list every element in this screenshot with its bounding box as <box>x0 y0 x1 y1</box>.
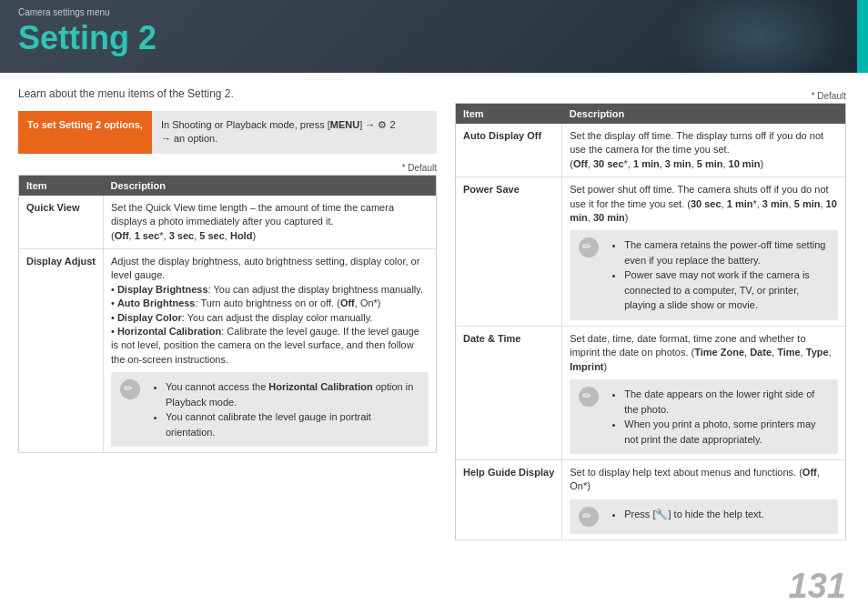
instruction-box: To set Setting 2 options, In Shooting or… <box>18 111 437 154</box>
note-row: Press [🔧] to hide the help text. <box>579 507 829 527</box>
power-save-desc: Set power shut off time. The camera shut… <box>562 177 846 327</box>
instruction-text: In Shooting or Playback mode, press [MEN… <box>161 119 396 144</box>
table-row: Power Save Set power shut off time. The … <box>456 177 846 327</box>
intro-text: Learn about the menu items of the Settin… <box>18 87 437 100</box>
list-item: The date appears on the lower right side… <box>624 387 829 417</box>
header: Camera settings menu Setting 2 <box>0 0 868 73</box>
list-item: You cannot access the Horizontal Calibra… <box>166 379 419 409</box>
help-guide-desc: Set to display help text about menus and… <box>562 460 846 540</box>
display-adjust-note: You cannot access the Horizontal Calibra… <box>111 372 429 447</box>
display-adjust-label: Display Adjust <box>19 248 104 452</box>
note-icon <box>579 387 599 407</box>
note-list: You cannot access the Horizontal Calibra… <box>151 379 419 439</box>
instruction-content: In Shooting or Playback mode, press [MEN… <box>152 111 437 154</box>
left-column: Learn about the menu items of the Settin… <box>18 87 437 600</box>
header-decoration <box>668 0 850 73</box>
right-col-item-header: Item <box>456 104 562 125</box>
left-table-wrapper: * Default Item Description Quick View Se… <box>18 163 437 453</box>
note-icon <box>579 507 599 527</box>
table-row: Help Guide Display Set to display help t… <box>456 460 846 540</box>
instruction-label: To set Setting 2 options, <box>18 111 152 154</box>
power-save-note: The camera retains the power-off time se… <box>570 230 838 320</box>
power-save-label: Power Save <box>456 177 562 327</box>
list-item: When you print a photo, some printers ma… <box>624 417 829 447</box>
right-col-desc-header: Description <box>562 104 846 125</box>
note-row: You cannot access the Horizontal Calibra… <box>120 379 419 439</box>
auto-display-off-label: Auto Display Off <box>456 124 562 177</box>
table-row: Date & Time Set date, time, date format,… <box>456 326 846 459</box>
right-table-wrapper: * Default Item Description Auto Display … <box>455 91 846 540</box>
left-col-desc-header: Description <box>104 175 437 196</box>
help-guide-label: Help Guide Display <box>456 460 562 540</box>
date-time-desc: Set date, time, date format, time zone a… <box>562 326 846 459</box>
list-item: Press [🔧] to hide the help text. <box>624 507 763 522</box>
table-row: Display Adjust Adjust the display bright… <box>19 248 437 452</box>
display-adjust-desc: Adjust the display brightness, auto brig… <box>104 248 437 452</box>
list-item: You cannot calibrate the level gauge in … <box>166 409 419 439</box>
note-icon <box>120 379 140 399</box>
list-item: Power save may not work if the camera is… <box>624 267 829 313</box>
table-row: Quick View Set the Quick View time lengt… <box>19 196 437 249</box>
right-default-note: * Default <box>455 91 846 101</box>
help-guide-note: Press [🔧] to hide the help text. <box>570 499 838 534</box>
left-col-item-header: Item <box>19 175 104 196</box>
note-icon <box>579 237 599 257</box>
left-table: Item Description Quick View Set the Quic… <box>18 175 437 453</box>
right-column: * Default Item Description Auto Display … <box>455 87 846 600</box>
date-time-note: The date appears on the lower right side… <box>570 379 838 454</box>
quick-view-label: Quick View <box>19 196 104 249</box>
table-row: Auto Display Off Set the display off tim… <box>456 124 846 177</box>
quick-view-desc: Set the Quick View time length – the amo… <box>104 196 437 249</box>
list-item: The camera retains the power-off time se… <box>624 237 829 267</box>
auto-display-off-desc: Set the display off time. The display tu… <box>562 124 846 177</box>
note-list: The date appears on the lower right side… <box>610 387 829 447</box>
page-number: 131 <box>789 567 846 606</box>
note-list: Press [🔧] to hide the help text. <box>610 507 763 522</box>
header-teal-bar <box>857 0 868 73</box>
left-default-note: * Default <box>18 163 437 173</box>
right-table: Item Description Auto Display Off Set th… <box>455 103 846 540</box>
note-row: The date appears on the lower right side… <box>579 387 829 447</box>
note-list: The camera retains the power-off time se… <box>610 237 829 313</box>
date-time-label: Date & Time <box>456 326 562 459</box>
main-content: Learn about the menu items of the Settin… <box>0 73 868 615</box>
note-row: The camera retains the power-off time se… <box>579 237 829 313</box>
